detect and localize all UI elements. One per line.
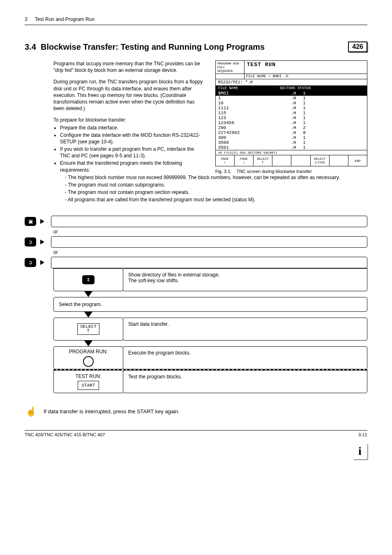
step-start-transfer: Start data transfer. bbox=[123, 318, 367, 341]
footer-page: 3-11 bbox=[358, 432, 367, 437]
tnc-file-row: 1.H1 bbox=[216, 96, 367, 101]
start-key-label: START bbox=[78, 381, 99, 390]
subreq: The program must not contain program sec… bbox=[65, 189, 367, 196]
tnc-softkey[interactable] bbox=[330, 155, 348, 166]
tnc-file-row: 123456.H1 bbox=[216, 120, 367, 125]
tnc-corner-line2: FULL SEQUENCE bbox=[217, 65, 242, 73]
start-softkey[interactable]: TEST RUN: START bbox=[53, 370, 123, 393]
step-select-program: Select the program. bbox=[53, 297, 367, 312]
arrow-right-icon bbox=[40, 240, 44, 244]
mode-single-step-icon[interactable]: ➲ bbox=[25, 258, 36, 267]
program-run-label: PROGRAM RUN: bbox=[69, 349, 108, 355]
page-header: 3 Test Run and Program Run bbox=[25, 16, 367, 22]
subreq: The highest block number must not exceed… bbox=[65, 174, 367, 181]
tnc-file-row: 3500.H1 bbox=[216, 140, 367, 145]
col-status: STATUS bbox=[297, 86, 311, 90]
step-test-blocks: Test the program blocks. bbox=[123, 370, 367, 393]
tnc-file-row: 300.H1 bbox=[216, 135, 367, 140]
step-execute-blocks: Execute the program blocks. bbox=[123, 346, 367, 369]
empty-bar bbox=[51, 236, 367, 248]
figure-caption: Fig. 3.1: TNC screen during blockwise tr… bbox=[215, 169, 367, 174]
tnc-softkey[interactable]: PAGE ⇧ bbox=[216, 155, 235, 166]
prep-bullets: Prepare the data interface. Configure th… bbox=[53, 124, 203, 173]
transfer-icon: ⤒ bbox=[86, 329, 90, 334]
step-show-directory: Show directory of files in external stor… bbox=[123, 268, 367, 291]
page-footer: TNC 426/TNC 425/TNC 415 B/TNC 407 3-11 i bbox=[25, 430, 367, 459]
section-number: 3.4 bbox=[25, 42, 36, 51]
header-page-number: 3 bbox=[25, 16, 28, 22]
or-label: or bbox=[53, 249, 367, 255]
select-softkey[interactable]: SELECT⤒ bbox=[53, 318, 123, 341]
tnc-softkey[interactable]: SELECT ⤓TYPE bbox=[311, 155, 330, 166]
tnc-file-row: 22742602.H9 bbox=[216, 130, 367, 135]
tnc-footer-line: 46 FILE(S) 688 SECTORS VACANT1 bbox=[216, 150, 367, 155]
tnc-file-row: 200.H2 bbox=[216, 125, 367, 130]
tnc-file-list: $MDI.H11.H110.H11111.H1115.H1123.H112345… bbox=[216, 91, 367, 150]
tnc-file-row: 1111.H1 bbox=[216, 106, 367, 111]
model-badge: 426 bbox=[348, 41, 367, 52]
tnc-file-row: 10.H1 bbox=[216, 101, 367, 106]
test-run-label: TEST RUN: bbox=[75, 373, 101, 379]
note-text: If data transfer is interrupted, press t… bbox=[44, 408, 180, 415]
caption-label: Fig. 3.1: bbox=[215, 169, 232, 174]
paragraph-2: During program run, the TNC transfers pr… bbox=[53, 78, 203, 112]
tnc-softkey[interactable]: PAGE ⇩ bbox=[235, 155, 254, 166]
sub-requirements: The highest block number must not exceed… bbox=[53, 174, 367, 203]
tnc-screenshot: PROGRAM RUN FULL SEQUENCE TEST RUN FILE … bbox=[215, 60, 367, 166]
subreq: The program must not contain subprograms… bbox=[65, 182, 367, 188]
tnc-title: TEST RUN bbox=[244, 61, 278, 74]
tnc-corner-line1: PROGRAM RUN bbox=[217, 62, 242, 65]
tnc-softkey[interactable]: END bbox=[348, 155, 367, 166]
tnc-col-headers: FILE NAME SECTORS STATUS bbox=[216, 86, 367, 91]
mode-full-seq-icon[interactable]: ➲ bbox=[25, 237, 36, 246]
header-chapter: Test Run and Program Run bbox=[35, 16, 95, 22]
flow-connector-icon bbox=[84, 312, 92, 318]
body-text: Programs that occupy more memory than th… bbox=[25, 60, 203, 174]
tnc-softkey-row: PAGE ⇧PAGE ⇩SELECT ⤒SELECT ⤓TYPEEND bbox=[216, 155, 367, 166]
tnc-file-row: $MDI.H1 bbox=[216, 91, 367, 96]
prep-intro: To prepare for blockwise transfer: bbox=[53, 117, 203, 123]
bullet: Prepare the data interface. bbox=[60, 124, 203, 131]
tnc-file-row: 123.H1 bbox=[216, 115, 367, 120]
tnc-softkey[interactable] bbox=[291, 155, 310, 166]
tnc-filebar: FILE NAME = $MDI .H bbox=[244, 74, 290, 79]
section-title: 3.4 Blockwise Transfer: Testing and Runn… bbox=[25, 42, 265, 52]
empty-bar bbox=[51, 257, 367, 268]
paragraph-1: Programs that occupy more memory than th… bbox=[53, 60, 203, 74]
arrow-right-icon bbox=[40, 260, 44, 265]
tnc-file-row: 115.H1 bbox=[216, 111, 367, 115]
flow-connector-icon bbox=[84, 291, 92, 297]
info-icon: i bbox=[353, 443, 367, 459]
empty-bar bbox=[51, 216, 367, 227]
subreq: All programs that are called from the tr… bbox=[65, 196, 367, 203]
mode-test-run-icon[interactable]: ▣ bbox=[25, 217, 36, 226]
hand-pointer-icon: ☝ bbox=[25, 405, 37, 418]
or-label: or bbox=[53, 229, 367, 235]
arrow-right-icon bbox=[40, 219, 44, 224]
section-title-text: Blockwise Transfer: Testing and Running … bbox=[41, 42, 265, 51]
tnc-file-row: 3501.H1 bbox=[216, 145, 367, 150]
tnc-subline: RS232/FE1: *.H bbox=[216, 79, 367, 86]
procedure-flow: ▣ or ➲ or ➲ ⇕ Show directory of files in… bbox=[25, 216, 367, 393]
tnc-softkey[interactable] bbox=[272, 155, 291, 166]
bullet: Ensure that the transferred program meet… bbox=[60, 160, 203, 173]
note-row: ☝ If data transfer is interrupted, press… bbox=[25, 405, 367, 418]
footer-model: TNC 426/TNC 425/TNC 415 B/TNC 407 bbox=[25, 432, 105, 437]
ext-key[interactable]: ⇕ bbox=[53, 268, 123, 291]
col-sectors: SECTORS bbox=[280, 86, 295, 90]
nc-start-circle-icon bbox=[83, 356, 94, 367]
caption-text: TNC screen during blockwise transfer bbox=[236, 169, 311, 174]
bullet: Configure the data interface with the MO… bbox=[60, 132, 203, 145]
bullet: If you wish to transfer a part program f… bbox=[60, 146, 203, 159]
nc-start-key[interactable]: PROGRAM RUN: bbox=[53, 346, 123, 369]
flow-connector-icon bbox=[84, 341, 92, 346]
header-rule bbox=[25, 25, 367, 25]
col-file: FILE NAME bbox=[218, 86, 280, 90]
tnc-softkey[interactable]: SELECT ⤒ bbox=[254, 155, 272, 166]
updown-arrows-icon: ⇕ bbox=[82, 275, 95, 284]
section-heading-row: 3.4 Blockwise Transfer: Testing and Runn… bbox=[25, 41, 367, 52]
